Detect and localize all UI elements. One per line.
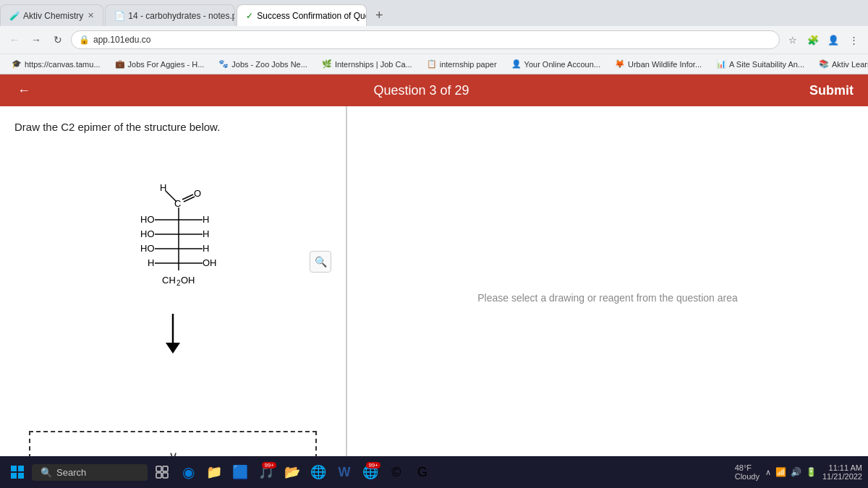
tab-success-confirmation[interactable]: ✓ Success Confirmation of Questio ✕ xyxy=(237,4,367,26)
taskbar-chrome-icon[interactable]: G xyxy=(411,461,434,484)
svg-text:HO: HO xyxy=(140,214,155,225)
svg-rect-31 xyxy=(18,473,24,479)
svg-text:H: H xyxy=(148,257,154,268)
profile-icon[interactable]: 👤 xyxy=(825,31,842,48)
url-lock-icon: 🔒 xyxy=(79,35,89,45)
question-text: Draw the C2 epimer of the structure belo… xyxy=(14,121,331,133)
taskbar-app5-icon[interactable]: 🌐 99+ xyxy=(359,461,382,484)
edge-browser-icon: ◉ xyxy=(182,463,195,481)
svg-text:OH: OH xyxy=(203,257,217,268)
volume-icon[interactable]: 🔊 xyxy=(791,467,801,477)
content-area: Draw the C2 epimer of the structure belo… xyxy=(0,106,868,488)
extensions-icon[interactable]: 🧩 xyxy=(804,31,822,48)
tab-carbohydrates[interactable]: 📄 14 - carbohydrates - notes.pdf: 2 ✕ xyxy=(105,4,235,26)
tab-aktiv-chemistry[interactable]: 🧪 Aktiv Chemistry ✕ xyxy=(0,4,103,26)
taskbar-app6-icon[interactable]: © xyxy=(385,461,408,484)
taskbar-app3-icon[interactable]: 📂 xyxy=(281,461,304,484)
bookmark-label-1: Jobs For Aggies - H... xyxy=(128,60,205,69)
bookmarks-bar: 🎓 https://canvas.tamu... 💼 Jobs For Aggi… xyxy=(0,53,868,74)
main-content: ← Question 3 of 29 Submit Draw the C2 ep… xyxy=(0,74,868,488)
bookmark-online-account[interactable]: 👤 Your Online Accoun... xyxy=(506,58,606,70)
tab-close-1[interactable]: ✕ xyxy=(88,11,94,20)
tab-label-3: Success Confirmation of Questio xyxy=(257,11,367,21)
bookmark-label-7: A Site Suitability An... xyxy=(729,60,804,69)
bookmark-favicon-3: 🌿 xyxy=(322,59,332,69)
tab-bar: 🧪 Aktiv Chemistry ✕ 📄 14 - carbohydrates… xyxy=(0,0,868,26)
app5-badge: 99+ xyxy=(366,462,380,468)
bookmark-zoo-jobs[interactable]: 🐾 Jobs - Zoo Jobs Ne... xyxy=(213,58,313,70)
app3-icon: 📂 xyxy=(284,464,300,480)
toolbar-icons: ☆ 🧩 👤 ⋮ xyxy=(784,31,862,48)
weather-temp: 48°F xyxy=(735,463,760,472)
placeholder-text: Please select a drawing or reagent from … xyxy=(477,292,738,304)
bookmark-aktiv-learning[interactable]: 📚 Aktiv Learning xyxy=(813,58,868,70)
magnifier-icon: 🔍 xyxy=(315,256,327,267)
taskbar-search-icon: 🔍 xyxy=(41,467,52,478)
bookmark-label-5: Your Online Accoun... xyxy=(524,60,600,69)
windows-logo-icon xyxy=(10,465,25,479)
down-arrow-svg xyxy=(162,314,184,357)
bookmark-star-icon[interactable]: ☆ xyxy=(784,31,801,48)
system-clock[interactable]: 11:11 AM 11/21/2022 xyxy=(822,463,862,481)
word-icon: W xyxy=(339,465,351,480)
app1-icon: 🟦 xyxy=(232,464,248,480)
bookmark-site-suitability[interactable]: 📊 A Site Suitability An... xyxy=(710,58,810,70)
bookmark-label-2: Jobs - Zoo Jobs Ne... xyxy=(231,60,307,69)
svg-rect-29 xyxy=(18,466,24,471)
url-bar[interactable]: 🔒 app.101edu.co xyxy=(71,30,780,49)
right-panel: Please select a drawing or reagent from … xyxy=(347,106,868,488)
taskbar-edge-icon[interactable]: ◉ xyxy=(176,461,200,484)
bookmark-favicon-5: 👤 xyxy=(511,59,522,69)
svg-text:H: H xyxy=(203,243,209,254)
taskbar-file-explorer-icon[interactable]: 📁 xyxy=(203,461,226,484)
reload-button[interactable]: ↻ xyxy=(49,31,67,48)
tab-favicon-2: 📄 xyxy=(114,11,124,21)
clock-date: 11/21/2022 xyxy=(822,472,862,481)
weather-condition: Cloudy xyxy=(735,472,760,481)
bookmark-jobs-aggies[interactable]: 💼 Jobs For Aggies - H... xyxy=(109,58,210,70)
more-options-icon[interactable]: ⋮ xyxy=(845,31,862,48)
back-button[interactable]: ← xyxy=(14,80,33,101)
windows-start-button[interactable] xyxy=(6,461,29,484)
address-bar: ← → ↻ 🔒 app.101edu.co ☆ 🧩 👤 ⋮ xyxy=(0,26,868,53)
taskbar-app2-icon[interactable]: 🎵 99+ xyxy=(255,461,278,484)
bookmark-favicon-7: 📊 xyxy=(716,59,726,69)
app4-icon: 🌐 xyxy=(310,464,326,480)
svg-text:HO: HO xyxy=(140,228,155,239)
app6-icon: © xyxy=(391,465,401,480)
bookmark-favicon-4: 📋 xyxy=(427,59,437,69)
bookmark-canvas[interactable]: 🎓 https://canvas.tamu... xyxy=(6,58,106,70)
svg-text:H: H xyxy=(160,182,166,193)
bookmark-favicon-0: 🎓 xyxy=(12,59,22,69)
bookmark-favicon-1: 💼 xyxy=(115,59,125,69)
browser-chrome: 🧪 Aktiv Chemistry ✕ 📄 14 - carbohydrates… xyxy=(0,0,868,74)
taskbar-search-bar[interactable]: 🔍 Search xyxy=(32,464,148,481)
add-tab-button[interactable]: + xyxy=(368,4,390,26)
task-view-button[interactable] xyxy=(150,461,174,484)
taskbar-app4-icon[interactable]: 🌐 xyxy=(307,461,330,484)
weather-widget[interactable]: 48°F Cloudy xyxy=(735,463,760,481)
taskbar-word-icon[interactable]: W xyxy=(333,461,356,484)
bookmark-internships[interactable]: 🌿 Internships | Job Ca... xyxy=(316,58,418,70)
tab-favicon-3: ✓ xyxy=(246,11,253,21)
show-hidden-icons[interactable]: ∧ xyxy=(765,468,771,477)
taskbar-right: 48°F Cloudy ∧ 📶 🔊 🔋 11:11 AM 11/21/2022 xyxy=(735,463,862,481)
bookmark-urban-wildlife[interactable]: 🦊 Urban Wildlife Infor... xyxy=(609,58,707,70)
svg-rect-33 xyxy=(163,466,168,471)
svg-text:H: H xyxy=(203,228,209,239)
wifi-icon[interactable]: 📶 xyxy=(775,467,786,477)
forward-nav-button[interactable]: → xyxy=(27,31,45,48)
svg-rect-30 xyxy=(11,473,17,479)
taskbar-app1-icon[interactable]: 🟦 xyxy=(229,461,252,484)
submit-button[interactable]: Submit xyxy=(809,83,854,98)
back-nav-button[interactable]: ← xyxy=(6,31,23,48)
bookmark-internship-paper[interactable]: 📋 internship paper xyxy=(421,58,503,70)
bookmark-label-8: Aktiv Learning xyxy=(832,60,868,69)
svg-rect-32 xyxy=(156,466,161,471)
question-title: Question 3 of 29 xyxy=(373,83,469,98)
chemical-structure-svg: H C O HO H HO xyxy=(101,155,245,299)
svg-text:C: C xyxy=(174,198,181,209)
taskbar: 🔍 Search ◉ 📁 🟦 🎵 99+ 📂 🌐 W 🌐 99+ © xyxy=(0,456,868,488)
tab-label-2: 14 - carbohydrates - notes.pdf: 2 xyxy=(128,11,235,21)
magnifier-button[interactable]: 🔍 xyxy=(310,251,331,273)
